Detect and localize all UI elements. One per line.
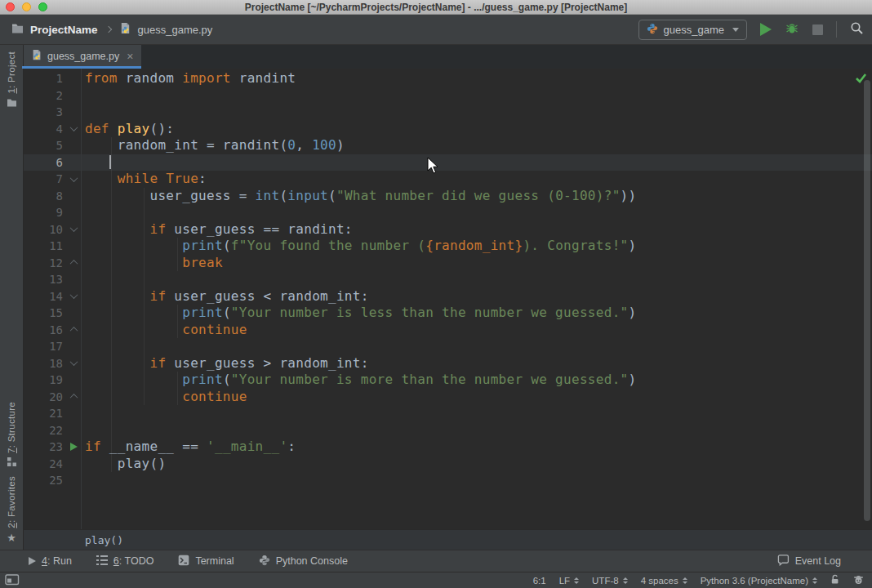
gutter-line-number[interactable]: 19: [24, 372, 81, 389]
gutter-line-number[interactable]: 11: [24, 238, 81, 255]
encoding-widget[interactable]: UTF-8: [592, 576, 628, 586]
gutter-line-number[interactable]: 16: [24, 322, 81, 339]
sidebar-item-project[interactable]: 1: Project: [7, 51, 17, 109]
toolbar-divider: [836, 21, 837, 38]
gutter-line-number[interactable]: 1: [24, 70, 81, 87]
gutter-line-number[interactable]: 5: [24, 137, 81, 154]
code-editor[interactable]: 1from random import randint234def play()…: [24, 69, 872, 529]
project-label: : Project: [7, 51, 16, 88]
gutter-line-number[interactable]: 18: [24, 355, 81, 372]
fold-end-icon[interactable]: [69, 258, 78, 268]
code-line[interactable]: 20 continue: [24, 389, 872, 406]
sidebar-item-favorites[interactable]: 2: Favorites ★: [7, 476, 16, 543]
gutter-line-number[interactable]: 22: [24, 422, 81, 439]
gutter-line-number[interactable]: 10: [24, 221, 81, 238]
code-line[interactable]: 19 print("Your number is more than the n…: [24, 372, 872, 389]
code-line[interactable]: 8 user_guess = int(input("What number di…: [24, 188, 872, 205]
code-line[interactable]: 6: [24, 154, 872, 172]
code-line[interactable]: 1from random import randint: [24, 70, 872, 87]
fold-end-icon[interactable]: [69, 392, 78, 402]
code-line[interactable]: 16 continue: [24, 322, 872, 339]
gutter-line-number[interactable]: 21: [24, 405, 81, 422]
code-line[interactable]: 18 if user_guess > random_int:: [24, 355, 872, 372]
toolwindow-run[interactable]: 4: Run: [29, 555, 72, 567]
code-line[interactable]: 23if __name__ == '__main__':: [24, 439, 872, 456]
code-line[interactable]: 11 print(f"You found the number ({random…: [24, 238, 872, 255]
main-area: 1: Project 7: Structure 2: Favorites ★: [0, 45, 872, 550]
gutter-line-number[interactable]: 7: [24, 171, 81, 188]
code-line[interactable]: 5 random_int = randint(0, 100): [24, 137, 872, 154]
run-button[interactable]: [760, 23, 772, 36]
favorites-label: : Favorites: [7, 476, 16, 523]
code-line[interactable]: 17: [24, 338, 872, 355]
code-line[interactable]: 2: [24, 87, 872, 105]
gutter-line-number[interactable]: 8: [24, 188, 81, 205]
fold-collapse-icon[interactable]: [69, 225, 78, 234]
code-line[interactable]: 21: [24, 405, 872, 422]
code-line[interactable]: 7 while True:: [24, 171, 872, 188]
code-line[interactable]: 4def play():: [24, 121, 872, 138]
run-configuration-select[interactable]: guess_game: [638, 20, 747, 40]
gutter-line-number[interactable]: 14: [24, 288, 81, 305]
code-line[interactable]: 22: [24, 422, 872, 439]
gutter-line-number[interactable]: 20: [24, 389, 81, 406]
code-line[interactable]: 9: [24, 204, 872, 221]
interpreter-widget[interactable]: Python 3.6 (ProjectName): [701, 576, 817, 586]
indent-widget[interactable]: 4 spaces: [641, 576, 687, 586]
stepper-icon: [623, 577, 628, 584]
toolwindow-terminal[interactable]: Terminal: [178, 555, 234, 568]
minimize-window-button[interactable]: [22, 2, 31, 11]
code-line[interactable]: 3: [24, 104, 872, 121]
code-line[interactable]: 14 if user_guess < random_int:: [24, 288, 872, 305]
python-console-icon: [259, 555, 270, 568]
breadcrumb-project-name[interactable]: ProjectName: [30, 24, 98, 36]
gutter-line-number[interactable]: 3: [24, 104, 81, 121]
fullscreen-window-button[interactable]: [38, 2, 47, 11]
gutter-line-number[interactable]: 2: [24, 87, 81, 105]
gutter-line-number[interactable]: 15: [24, 305, 81, 322]
tab-close-icon[interactable]: ×: [127, 51, 133, 61]
gutter-line-number[interactable]: 24: [24, 456, 81, 473]
gutter-line-number[interactable]: 4: [24, 121, 81, 138]
debug-button[interactable]: [785, 21, 799, 38]
toolwindow-bar: 4: Run 6: TODO Terminal Python Console E…: [0, 550, 872, 572]
code-line[interactable]: 13: [24, 271, 872, 288]
editor-scrollbar[interactable]: [864, 80, 870, 521]
fold-collapse-icon[interactable]: [69, 124, 78, 134]
tab-guess-game[interactable]: guess_game.py ×: [24, 45, 141, 69]
close-window-button[interactable]: [6, 2, 15, 11]
code-text: if user_guess == randint:: [81, 221, 872, 238]
toolwindow-python-console[interactable]: Python Console: [259, 555, 348, 568]
fold-collapse-icon[interactable]: [69, 359, 78, 368]
gutter-line-number[interactable]: 25: [24, 472, 81, 489]
event-log-button[interactable]: Event Log: [777, 554, 841, 568]
readonly-lock-icon[interactable]: [830, 574, 840, 586]
code-line[interactable]: 25: [24, 472, 872, 489]
line-ending-widget[interactable]: LF: [559, 576, 579, 586]
fold-collapse-icon[interactable]: [69, 292, 78, 301]
gutter-line-number[interactable]: 6: [24, 154, 81, 172]
gutter-line-number[interactable]: 13: [24, 271, 81, 288]
fold-collapse-icon[interactable]: [69, 174, 78, 184]
search-everywhere-icon[interactable]: [850, 21, 864, 38]
sidebar-item-structure[interactable]: 7: Structure: [7, 402, 16, 468]
code-line[interactable]: 24 play(): [24, 456, 872, 473]
hector-inspections-icon[interactable]: [853, 574, 864, 586]
stop-button[interactable]: [812, 24, 823, 35]
breadcrumb-file-name[interactable]: guess_game.py: [138, 24, 213, 36]
gutter-line-number[interactable]: 12: [24, 255, 81, 272]
gutter-line-number[interactable]: 17: [24, 338, 81, 355]
pycharm-window: ProjectName [~/PycharmProjects/ProjectNa…: [0, 0, 872, 588]
code-line[interactable]: 15 print("Your number is less than the n…: [24, 305, 872, 322]
toolwindow-todo[interactable]: 6: TODO: [96, 555, 154, 568]
code-line[interactable]: 10 if user_guess == randint:: [24, 221, 872, 238]
code-text: play(): [81, 456, 872, 473]
run-line-icon[interactable]: [69, 442, 78, 452]
toolwindow-switcher-icon[interactable]: [5, 574, 20, 587]
code-line[interactable]: 12 break: [24, 255, 872, 272]
gutter-line-number[interactable]: 9: [24, 204, 81, 221]
gutter-line-number[interactable]: 23: [24, 439, 81, 456]
fold-end-icon[interactable]: [69, 325, 78, 335]
caret-position-widget[interactable]: 6:1: [533, 576, 546, 586]
breadcrumb-scope[interactable]: play(): [85, 534, 123, 546]
